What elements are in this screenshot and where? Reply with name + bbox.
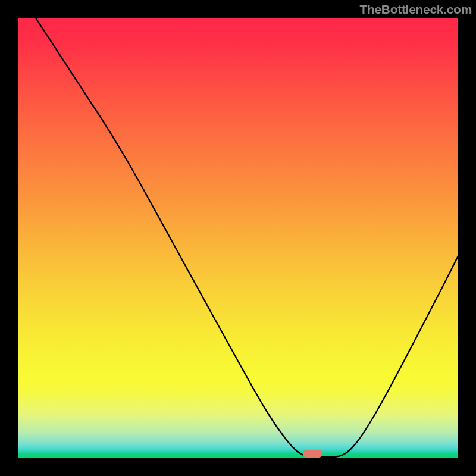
curve-line bbox=[18, 18, 458, 458]
outer-frame: TheBottleneck.com bbox=[0, 0, 476, 476]
plot-area bbox=[18, 18, 458, 458]
watermark-label: TheBottleneck.com bbox=[359, 2, 472, 17]
highlight-marker bbox=[303, 450, 322, 458]
